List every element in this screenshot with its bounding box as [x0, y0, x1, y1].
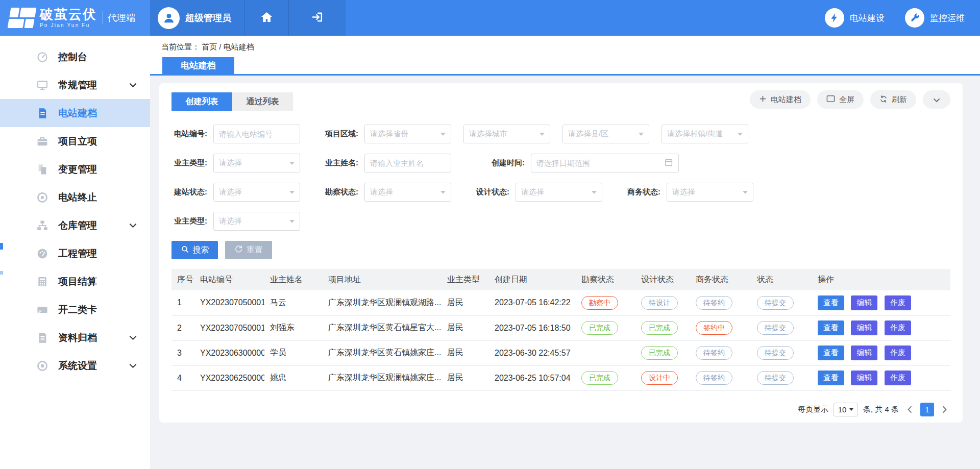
province-select[interactable]: 请选择省份 [364, 125, 451, 143]
fullscreen-button[interactable]: 全屏 [817, 90, 864, 109]
breadcrumb-bar: 当前位置： 首页 / 电站建档 电站建档 [150, 36, 980, 76]
owner-name-input[interactable] [364, 154, 451, 172]
filter-form: 电站编号: 项目区域: 请选择省份 请选择城市 请选择县/区 请选择村镇/街道 [172, 113, 950, 231]
sidebar-item-warehouse-mgmt[interactable]: 仓库管理 [0, 211, 150, 239]
business-status-badge: 待签约 [696, 371, 732, 385]
view-button[interactable]: 查看 [818, 345, 844, 360]
logout-button[interactable] [288, 0, 346, 36]
wrench-icon [905, 8, 924, 28]
edit-button[interactable]: 编辑 [851, 345, 877, 360]
prev-page-button[interactable] [904, 403, 915, 416]
total-count-label: 条, 共 4 条 [863, 405, 899, 414]
status-badge: 待提交 [757, 346, 794, 360]
per-page-label: 每页显示 [798, 405, 828, 414]
search-button[interactable]: 搜索 [172, 241, 218, 259]
caret-down-icon [743, 191, 748, 194]
page-1-button[interactable]: 1 [920, 403, 934, 416]
caret-down-icon [289, 191, 295, 194]
table-row: 1 YX2023070500011 马云 广东深圳龙华区观澜镇观湖路... 居民… [172, 290, 950, 315]
town-select[interactable]: 请选择村镇/街道 [662, 125, 748, 143]
view-button[interactable]: 查看 [818, 320, 844, 335]
plus-icon [759, 95, 767, 104]
city-select[interactable]: 请选择城市 [463, 125, 550, 143]
owner-type-select[interactable]: 请选择 [213, 154, 300, 172]
create-time-label: 创建时间: [489, 158, 525, 168]
sidebar-item-general-mgmt[interactable]: 常规管理 [0, 71, 150, 99]
sidebar-item-open-type2-card[interactable]: 开二类卡 [0, 295, 150, 324]
user-menu[interactable]: 超级管理员 [150, 0, 244, 36]
caret-down-icon [849, 408, 853, 411]
client-type-badge: 代理端 [108, 12, 135, 24]
user-avatar-icon [158, 7, 180, 29]
design-status-badge: 待设计 [641, 296, 678, 310]
view-button[interactable]: 查看 [818, 371, 844, 385]
business-status-badge: 待签约 [696, 346, 732, 360]
caret-down-icon [592, 191, 597, 194]
logo-panels-icon [7, 8, 36, 28]
design-status-select[interactable]: 请选择 [516, 183, 602, 202]
edit-button[interactable]: 编辑 [851, 295, 877, 310]
void-button[interactable]: 作废 [885, 371, 911, 385]
caret-down-icon [540, 133, 545, 136]
content-card: 创建列表 通过列表 电站建档 全屏 刷新 [159, 83, 963, 423]
monitor-icon [36, 79, 49, 92]
design-status-badge: 已完成 [641, 321, 678, 335]
sidebar-item-change-mgmt[interactable]: 变更管理 [0, 155, 150, 183]
sidebar-item-station-archive[interactable]: 电站建档 [0, 99, 150, 127]
logo: 破茧云伏 Po Jian Yun Fu 代理端 [0, 0, 150, 36]
station-no-label: 电站编号: [172, 129, 207, 139]
app-header: 破茧云伏 Po Jian Yun Fu 代理端 超级管理员 [0, 0, 980, 36]
sidebar-item-data-archive[interactable]: 资料归档 [0, 324, 150, 352]
station-no-input[interactable] [213, 125, 300, 143]
reset-button[interactable]: 重置 [225, 241, 272, 259]
survey-status-select[interactable]: 请选择 [364, 183, 451, 202]
create-station-button[interactable]: 电站建档 [750, 90, 811, 109]
tab-passed-list[interactable]: 通过列表 [232, 92, 293, 111]
nav-station-build[interactable]: 电站建设 [825, 8, 885, 28]
view-button[interactable]: 查看 [818, 295, 844, 310]
nav-monitor-ops[interactable]: 监控运维 [905, 8, 965, 28]
owner-type2-select[interactable]: 请选择 [213, 212, 300, 231]
reset-icon [234, 245, 243, 256]
nav-label: 电站建设 [850, 12, 885, 24]
user-name: 超级管理员 [185, 12, 231, 24]
edit-button[interactable]: 编辑 [851, 320, 877, 335]
bank-card-icon [36, 303, 49, 316]
void-button[interactable]: 作废 [885, 320, 911, 335]
business-status-select[interactable]: 请选择 [667, 183, 753, 202]
chevron-down-icon [129, 223, 137, 228]
sidebar-item-project-approval[interactable]: 项目立项 [0, 127, 150, 155]
dashboard-icon [36, 51, 49, 64]
refresh-button[interactable]: 刷新 [870, 90, 916, 109]
build-status-select[interactable]: 请选择 [213, 183, 300, 202]
edit-button[interactable]: 编辑 [851, 371, 877, 385]
survey-status-label: 勘察状态: [323, 187, 358, 197]
logo-subtitle: Po Jian Yun Fu [40, 23, 97, 29]
caret-down-icon [289, 220, 295, 223]
lightning-icon [825, 8, 844, 28]
toolbar-collapse-button[interactable] [923, 90, 950, 109]
sidebar-item-station-terminate[interactable]: 电站终止 [0, 183, 150, 211]
tab-create-list[interactable]: 创建列表 [172, 92, 232, 111]
business-status-badge: 签约中 [696, 321, 732, 335]
date-range-input[interactable] [531, 154, 679, 172]
sidebar-item-engineering-mgmt[interactable]: 工程管理 [0, 239, 150, 267]
next-page-button[interactable] [939, 403, 950, 416]
breadcrumb-path[interactable]: 首页 / 电站建档 [202, 42, 254, 51]
per-page-select[interactable]: 10 [834, 403, 858, 416]
sidebar: 控制台 常规管理 电站建档 项目立项 变更管理 电站终止 [0, 36, 150, 469]
survey-status-badge: 已完成 [581, 321, 618, 335]
app-window: 破茧云伏 Po Jian Yun Fu 代理端 超级管理员 [0, 0, 980, 469]
sidebar-item-console[interactable]: 控制台 [0, 43, 150, 71]
void-button[interactable]: 作废 [885, 345, 911, 360]
page-tab-station-archive[interactable]: 电站建档 [162, 57, 234, 74]
caret-down-icon [289, 162, 295, 165]
chevron-down-icon [933, 95, 940, 104]
county-select[interactable]: 请选择县/区 [562, 125, 649, 143]
refresh-icon [879, 95, 888, 105]
void-button[interactable]: 作废 [885, 295, 911, 310]
sidebar-item-project-settlement[interactable]: 项目结算 [0, 267, 150, 295]
pagination: 每页显示 10 条, 共 4 条 1 [172, 403, 950, 416]
home-button[interactable] [244, 0, 288, 36]
sidebar-item-system-settings[interactable]: 系统设置 [0, 352, 150, 380]
